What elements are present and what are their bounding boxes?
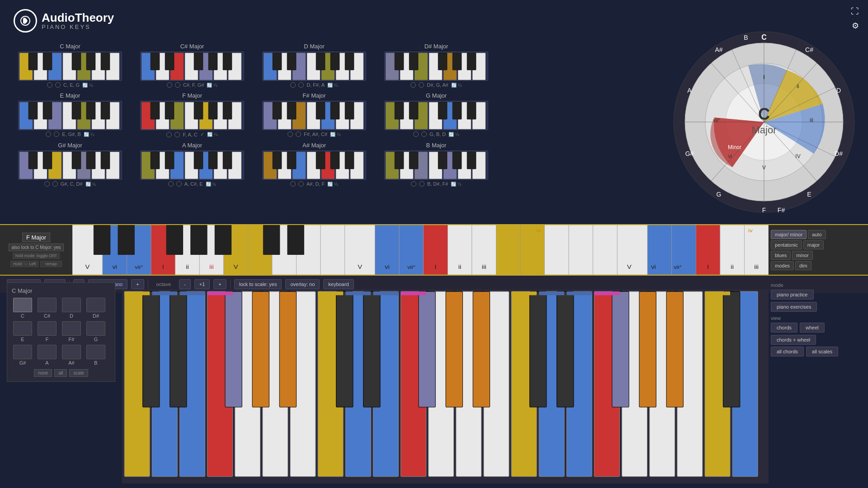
chord-info-9: A, C#, E 🔄 ¹⁄₂ [168,181,217,187]
svg-rect-226 [166,225,183,255]
chord-fraction-3: 🔄 ¹⁄₂ [451,83,462,88]
svg-rect-10 [43,53,52,70]
svg-rect-283 [419,291,435,407]
note-btn-cs[interactable] [38,298,57,312]
svg-text:E: E [807,191,811,198]
svg-rect-294 [179,291,205,295]
piano-exercises-btn[interactable]: piano exercises [771,302,817,312]
play-btn-5[interactable] [166,132,172,137]
note-cell-d: D [61,298,82,319]
mode-pentatonic[interactable]: pentatonic [771,240,802,249]
svg-rect-281 [336,291,353,407]
octave-minus-btn[interactable]: - [179,279,191,289]
play-btn-9[interactable] [168,181,174,187]
all-btn[interactable]: all [54,369,67,377]
mode-major[interactable]: major [803,240,824,249]
mode-blues[interactable]: blues [771,251,791,260]
lock-scale-btn[interactable]: lock to scale: yes [234,279,282,289]
all-chords-btn[interactable]: all chords [771,347,804,357]
svg-rect-126 [151,152,160,169]
chord-card-6: F# Major F#, A#, C# 🔄 ¹⁄₂ [258,92,371,137]
mode-dim[interactable]: dim [795,261,811,270]
play-btn-6[interactable] [288,131,293,137]
note-btn-ds[interactable] [86,298,105,312]
chord-card-10: A# Major A#, D, F 🔄 ¹⁄₂ [258,142,371,187]
loop-btn-0 [55,82,61,88]
note-btn-b[interactable] [86,345,105,359]
view-buttons: chords wheel chords + wheel [771,323,861,345]
note-btn-fs[interactable] [62,321,81,336]
svg-text:I: I [707,264,709,270]
play-btn-2[interactable] [290,82,296,88]
svg-rect-65 [101,102,110,119]
svg-rect-9 [28,53,38,70]
chord-info-10: A#, D, F 🔄 ¹⁄₂ [290,181,338,187]
note-btn-gs[interactable] [13,345,32,359]
svg-rect-102 [438,102,447,119]
svg-text:vii°: vii° [135,264,143,270]
play-btn-0[interactable] [47,82,52,88]
play-btn-1[interactable] [167,82,172,88]
also-lock-btn[interactable]: also lock to C Major: yes [9,244,64,251]
svg-rect-113 [28,152,38,169]
keyboard-btn[interactable]: keyboard [323,279,354,289]
chords-btn[interactable]: chords [771,323,797,333]
play-btn-11[interactable] [411,181,416,187]
note-btn-g[interactable] [86,321,105,336]
none-btn[interactable]: none [34,369,52,377]
all-scales-btn[interactable]: all scales [806,347,838,357]
note-btn-d[interactable] [62,298,81,312]
play-btn-7[interactable] [413,131,419,137]
svg-text:vi: vi [112,264,117,270]
strip-piano-area[interactable]: V vi vii° I ii iii V V vi vii° I ii iii … [72,225,769,275]
chord-grid: C Major C, E, G 🔄 ¹⁄₂ C# Major [14,43,488,187]
svg-rect-279 [252,291,269,407]
main-piano-keyboard[interactable] [122,289,769,483]
overlay-btn[interactable]: overlay: no [285,279,320,289]
play-btn-8[interactable] [44,181,50,187]
svg-rect-104 [467,102,476,119]
piano-practice-btn[interactable]: piano practice [771,290,814,300]
svg-text:vii°: vii° [407,264,415,270]
note-cell-gs: G# [12,345,33,366]
mode-auto[interactable]: auto [808,230,826,239]
mode-major-minor[interactable]: major/ minor [771,230,807,239]
note-btn-f[interactable] [38,321,57,336]
chord-fraction-6: 🔄 ¹⁄₂ [330,132,341,137]
note-label-e: E [21,337,24,342]
svg-rect-127 [165,152,174,169]
chord-notes-3: D#, G, A# [427,82,448,88]
svg-text:iii: iii [810,117,813,123]
expand-icon[interactable]: ⛶ [851,7,859,16]
svg-text:D: D [836,87,841,94]
mode-minor[interactable]: minor [792,251,813,260]
circle-of-fifths[interactable]: C C# D D# E F F# G G# A A# B I ii iii IV… [669,27,859,230]
chords-wheel-btn[interactable]: chords + wheel [771,335,816,345]
svg-rect-116 [86,152,95,169]
remap-btn[interactable]: remap [40,261,62,267]
play-btn-3[interactable] [410,82,416,88]
svg-text:iv: iv [748,228,753,234]
hold-mode-btn[interactable]: hold mode: toggle OFF [13,253,60,259]
svg-text:V: V [234,264,238,270]
octave-plus-btn[interactable]: + [213,279,226,289]
play-btn-4[interactable] [46,131,51,137]
chord-card-7: G Major G, B, D 🔄 ¹⁄₂ [380,92,493,137]
note-btn-a[interactable] [38,345,57,359]
svg-text:vi: vi [385,264,390,270]
note-btn-c[interactable] [13,298,32,312]
svg-rect-278 [225,291,242,407]
mode-section: mode piano practice piano exercises [771,282,861,312]
chord-notes-6: F#, A#, C# [304,131,327,137]
play-btn-10[interactable] [290,181,296,187]
note-btn-as[interactable] [62,345,81,359]
plus-btn[interactable]: + [131,279,144,289]
svg-rect-228 [215,225,231,255]
mode-modes[interactable]: modes [771,261,794,270]
svg-text:IV: IV [795,153,800,160]
scale-btn[interactable]: scale [69,369,88,377]
wheel-btn[interactable]: wheel [800,323,825,333]
note-label-f: F [46,337,49,342]
note-btn-e[interactable] [13,321,32,336]
svg-rect-35 [273,53,282,70]
